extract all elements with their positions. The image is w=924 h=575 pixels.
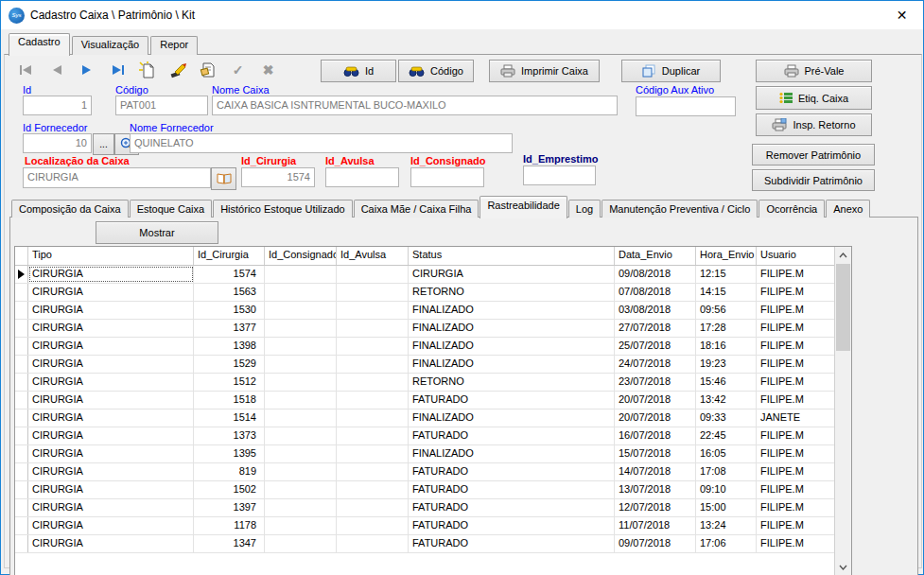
vertical-scrollbar[interactable]	[834, 247, 851, 575]
id-consignado-field[interactable]	[410, 167, 484, 187]
grid-cell[interactable]: 09/08/2018	[615, 266, 696, 283]
grid-cell[interactable]	[265, 338, 337, 355]
grid-cell[interactable]: 09/07/2018	[615, 535, 696, 552]
localizacao-da-caixa-field[interactable]: CIRURGIA	[23, 167, 211, 188]
grid-cell[interactable]: JANETE	[757, 409, 835, 427]
grid-cell[interactable]	[265, 445, 337, 462]
grid-cell[interactable]: 1377	[194, 320, 265, 337]
grid-cell[interactable]	[265, 517, 337, 534]
kit-document-icon[interactable]	[198, 61, 218, 78]
grid-cell[interactable]: FILIPE.M	[757, 338, 835, 355]
grid-cell[interactable]: CIRURGIA	[28, 463, 194, 480]
grid-cell[interactable]: 1529	[194, 356, 265, 373]
confirm-icon[interactable]: ✓	[228, 61, 248, 78]
grid-cell[interactable]	[265, 356, 337, 373]
tab-historico-estoque-utilizado[interactable]: Histórico Estoque Utilizado	[213, 200, 352, 218]
grid-cell[interactable]: FILIPE.M	[757, 320, 835, 337]
grid-cell[interactable]: FILIPE.M	[757, 445, 835, 462]
grid-cell[interactable]: 19:23	[696, 356, 757, 373]
grid-cell[interactable]	[337, 535, 409, 552]
grid-cell[interactable]: 17:08	[696, 463, 757, 480]
grid-cell[interactable]: FILIPE.M	[757, 463, 835, 480]
grid-cell[interactable]: FILIPE.M	[757, 427, 835, 444]
grid-row[interactable]: CIRURGIA1563RETORNO07/08/201814:15FILIPE…	[15, 284, 835, 302]
id-emprestimo-field[interactable]	[523, 166, 596, 185]
grid-cell[interactable]	[337, 266, 409, 283]
grid-cell[interactable]	[337, 320, 409, 337]
grid-row[interactable]: CIRURGIA819FATURADO14/07/201817:08FILIPE…	[15, 463, 835, 481]
tab-repor[interactable]: Repor	[150, 36, 198, 55]
grid-cell[interactable]: 1574	[194, 266, 265, 283]
grid-cell[interactable]: 1178	[194, 517, 265, 534]
grid-cell[interactable]: FILIPE.M	[757, 517, 835, 534]
grid-cell[interactable]: FINALIZADO	[409, 409, 615, 427]
last-record-icon[interactable]	[107, 61, 127, 78]
grid-cell[interactable]: 15:00	[696, 499, 757, 516]
grid-cell[interactable]: FATURADO	[409, 481, 615, 498]
grid-cell[interactable]	[337, 356, 409, 373]
grid-cell[interactable]	[265, 499, 337, 516]
grid-cell[interactable]: FILIPE.M	[757, 481, 835, 498]
grid-cell[interactable]: 20/07/2018	[615, 409, 696, 427]
grid-row[interactable]: CIRURGIA1397FATURADO12/07/201815:00FILIP…	[15, 499, 835, 517]
grid-cell[interactable]: 1512	[194, 374, 265, 391]
grid-cell[interactable]: 23/07/2018	[615, 374, 696, 391]
grid-header-cell[interactable]: Tipo	[28, 247, 194, 265]
tab-log[interactable]: Log	[568, 200, 601, 218]
grid-cell[interactable]: CIRURGIA	[28, 284, 194, 301]
tab-rastreabilidade[interactable]: Rastreabilidade	[479, 196, 567, 218]
grid-row[interactable]: CIRURGIA1574CIRURGIA09/08/201812:15FILIP…	[15, 266, 835, 284]
scroll-up-icon[interactable]	[835, 247, 851, 263]
grid-cell[interactable]	[337, 374, 409, 391]
grid-cell[interactable]: 1347	[194, 535, 265, 552]
grid-cell[interactable]	[265, 392, 337, 409]
insp-retorno-button[interactable]: Insp. Retorno	[756, 113, 872, 136]
grid-cell[interactable]	[265, 535, 337, 552]
grid-cell[interactable]: FATURADO	[409, 535, 615, 552]
grid-cell[interactable]: FATURADO	[409, 427, 615, 444]
grid-cell[interactable]	[265, 374, 337, 391]
grid-cell[interactable]: FILIPE.M	[757, 374, 835, 391]
grid-cell[interactable]: 14:15	[696, 284, 757, 301]
grid-cell[interactable]: 15:46	[696, 374, 757, 391]
grid-row[interactable]: CIRURGIA1347FATURADO09/07/201817:06FILIP…	[15, 535, 835, 553]
grid-header-cell[interactable]: Status	[409, 247, 615, 265]
pre-vale-button[interactable]: Pré-Vale	[756, 60, 872, 82]
grid-cell[interactable]: FILIPE.M	[757, 302, 835, 319]
grid-cell[interactable]	[265, 463, 337, 480]
grid-cell[interactable]: FILIPE.M	[757, 392, 835, 409]
grid-cell[interactable]	[337, 392, 409, 409]
grid-cell[interactable]: 12:15	[696, 266, 757, 283]
first-record-icon[interactable]	[16, 61, 36, 78]
grid-cell[interactable]	[337, 499, 409, 516]
find-id-button[interactable]: Id	[321, 60, 396, 82]
grid-cell[interactable]: FINALIZADO	[409, 445, 615, 462]
grid-cell[interactable]: 1518	[194, 392, 265, 409]
grid-cell[interactable]	[265, 481, 337, 498]
id-fornecedor-browse-button[interactable]: ...	[93, 133, 114, 155]
scroll-down-icon[interactable]	[835, 559, 851, 575]
grid-cell[interactable]: RETORNO	[409, 284, 615, 301]
grid-cell[interactable]: 12/07/2018	[615, 499, 696, 516]
close-icon[interactable]: ✕	[880, 1, 923, 28]
grid-cell[interactable]: CIRURGIA	[28, 535, 194, 552]
grid-cell[interactable]	[337, 284, 409, 301]
grid-row[interactable]: CIRURGIA1178FATURADO11/07/201813:24FILIP…	[15, 517, 835, 535]
grid-row[interactable]: CIRURGIA1502FATURADO13/07/201809:10FILIP…	[15, 481, 835, 499]
grid-header-cell[interactable]: Id_Avulsa	[337, 247, 409, 265]
grid-cell[interactable]: 15/07/2018	[615, 445, 696, 462]
grid-cell[interactable]: 1563	[194, 284, 265, 301]
grid-cell[interactable]	[337, 517, 409, 534]
grid-cell[interactable]	[337, 481, 409, 498]
subdividir-patrimonio-button[interactable]: Subdividir Patrimônio	[752, 169, 875, 191]
grid-cell[interactable]: 09:10	[696, 481, 757, 498]
grid-cell[interactable]: 1514	[194, 409, 265, 427]
grid-header-cell[interactable]: Hora_Envio	[696, 247, 757, 265]
tab-visualizacao[interactable]: Visualização	[72, 36, 149, 55]
grid-cell[interactable]	[265, 320, 337, 337]
grid-cell[interactable]: CIRURGIA	[28, 302, 194, 319]
tab-manutencao-preventiva-ciclo[interactable]: Manutenção Preventiva / Ciclo	[601, 200, 758, 218]
grid-cell[interactable]: 13:24	[696, 517, 757, 534]
cancel-icon[interactable]: ✖	[258, 61, 278, 78]
grid-cell[interactable]: FATURADO	[409, 517, 615, 534]
